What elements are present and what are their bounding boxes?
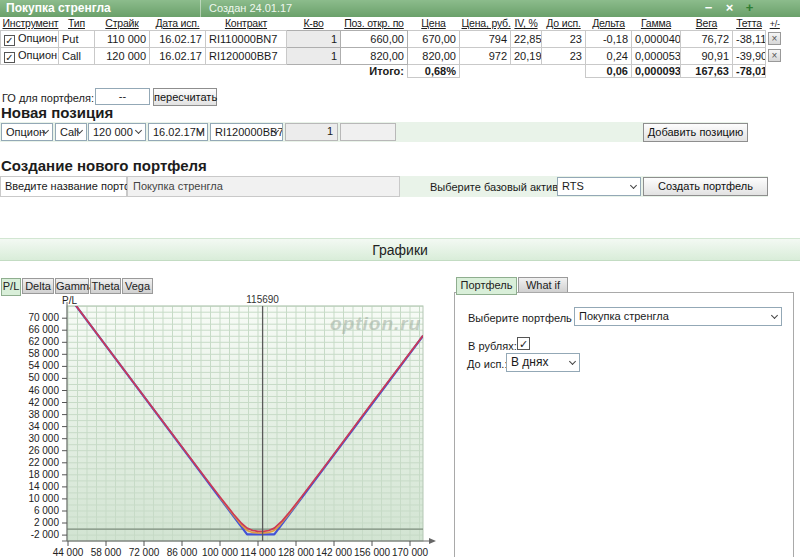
svg-text:66 000: 66 000 <box>28 324 59 335</box>
row-checkbox[interactable]: ✓ <box>4 52 15 63</box>
in-rubles-checkbox[interactable]: ✓ <box>517 337 530 350</box>
type-cell: Put <box>59 30 95 47</box>
col-pos-open[interactable]: Поз. откр. по <box>341 17 408 30</box>
created-date: Создан 24.01.17 <box>209 2 292 14</box>
go-input[interactable]: -- <box>95 88 150 105</box>
create-portfolio-heading: Создание нового портфеля <box>1 157 207 174</box>
minimize-icon[interactable]: − <box>700 0 717 17</box>
delta-cell: 0,24 <box>586 47 632 64</box>
tab-gamma[interactable]: Gamma <box>55 278 89 294</box>
svg-text:58 000: 58 000 <box>28 348 59 359</box>
col-exp-date[interactable]: Дата исп. <box>150 17 206 30</box>
pl-chart: option.ru70 00066 00062 00058 00054 0005… <box>0 295 450 557</box>
portfolio-select[interactable]: Покупка стренгла <box>574 307 782 326</box>
add-position-button[interactable]: Добавить позицию <box>643 123 748 142</box>
portfolio-title: Покупка стренгла <box>6 1 111 15</box>
pos-open-input[interactable]: 820,00 <box>341 47 408 64</box>
theta-cell: -38,11 <box>733 30 766 47</box>
col-price[interactable]: Цена <box>408 17 460 30</box>
close-icon[interactable]: × <box>721 0 738 17</box>
svg-text:54 000: 54 000 <box>28 360 59 371</box>
date-select[interactable]: 16.02.17M <box>148 123 208 141</box>
totals-label: Итого: <box>341 64 408 77</box>
col-contract[interactable]: Контракт <box>206 17 287 30</box>
iv-cell: 22,85 <box>511 30 542 47</box>
price-rub-cell: 972 <box>460 47 511 64</box>
svg-text:100 000: 100 000 <box>202 547 239 557</box>
col-qty[interactable]: К-во <box>287 17 341 30</box>
svg-text:86 000: 86 000 <box>167 547 198 557</box>
new-empty-input[interactable] <box>340 123 396 141</box>
strike-select[interactable]: 120 000 <box>88 123 146 141</box>
gamma-cell: 0,000040 <box>632 30 681 47</box>
select-portfolio-label: Выберите портфель <box>468 312 572 324</box>
base-asset-select[interactable]: RTS <box>557 177 641 196</box>
option-portfolio-app: Покупка стренгла Создан 24.01.17 − × + И… <box>0 0 800 557</box>
tab-whatif[interactable]: What if <box>518 277 568 293</box>
portfolio-name-input[interactable]: Покупка стренгла <box>127 176 400 197</box>
svg-text:42 000: 42 000 <box>28 397 59 408</box>
days-label: До исп.: <box>467 358 507 370</box>
type-select[interactable]: Call <box>55 123 87 141</box>
row-checkbox[interactable]: ✓ <box>4 35 15 46</box>
svg-text:38 000: 38 000 <box>28 409 59 420</box>
svg-text:50 000: 50 000 <box>28 372 59 383</box>
totals-vega: 167,63 <box>681 64 733 77</box>
col-days[interactable]: До исп. <box>542 17 586 30</box>
recalculate-button[interactable]: пересчитать <box>153 88 217 106</box>
charts-header: Графики <box>0 238 800 261</box>
svg-text:10 000: 10 000 <box>28 493 59 504</box>
col-vega[interactable]: Вега <box>681 17 733 30</box>
svg-text:170 000: 170 000 <box>392 547 429 557</box>
contract-cell: RI110000BN7 <box>206 30 287 47</box>
new-qty-input[interactable]: 1 <box>285 123 338 141</box>
tab-vega[interactable]: Vega <box>122 278 153 294</box>
col-type[interactable]: Тип <box>59 17 95 30</box>
in-rubles-label: В рублях: <box>468 340 517 352</box>
totals-gamma: 0,000093 <box>632 64 681 77</box>
tab-portfolio[interactable]: Портфель <box>456 277 517 295</box>
qty-input[interactable]: 1 <box>287 30 341 47</box>
col-gamma[interactable]: Гамма <box>632 17 681 30</box>
delete-position-button[interactable]: × <box>768 49 781 62</box>
qty-input[interactable]: 1 <box>287 47 341 64</box>
portfolio-name-label: Введите название портфеля <box>0 176 127 197</box>
positions-table: Инструмент Тип Страйк Дата исп. Контракт… <box>0 17 785 78</box>
col-plus-minus: +/- <box>766 17 785 30</box>
col-iv[interactable]: IV, % <box>511 17 542 30</box>
col-strike[interactable]: Страйк <box>95 17 150 30</box>
col-price-rub[interactable]: Цена, руб. <box>460 17 511 30</box>
days-cell: 23 <box>542 30 586 47</box>
totals-delta: 0,06 <box>586 64 632 77</box>
tab-theta[interactable]: Theta <box>90 278 121 294</box>
totals-row: Итого: 0,68% 0,06 0,000093 167,63 -78,01 <box>1 64 785 77</box>
svg-text:44 000: 44 000 <box>53 547 84 557</box>
tab-pl[interactable]: P/L <box>1 278 21 296</box>
delta-cell: -0,18 <box>586 30 632 47</box>
type-cell: Call <box>59 47 95 64</box>
price-rub-cell: 794 <box>460 30 511 47</box>
col-delta[interactable]: Дельта <box>586 17 632 30</box>
days-select[interactable]: В днях <box>506 353 580 372</box>
table-row: ✓Опцион Call 120 000 16.02.17 RI120000BB… <box>1 47 785 64</box>
svg-text:70 000: 70 000 <box>28 312 59 323</box>
tab-delta[interactable]: Delta <box>22 278 54 294</box>
add-icon[interactable]: + <box>741 0 758 17</box>
pos-open-input[interactable]: 660,00 <box>341 30 408 47</box>
svg-text:22 000: 22 000 <box>28 457 59 468</box>
instrument-select[interactable]: Опцион <box>1 123 53 141</box>
svg-text:34 000: 34 000 <box>28 421 59 432</box>
svg-text:72 000: 72 000 <box>129 547 160 557</box>
delete-position-button[interactable]: × <box>768 32 781 45</box>
contract-select[interactable]: RI120000BB7 <box>210 123 283 141</box>
create-portfolio-button[interactable]: Создать портфель <box>643 177 768 196</box>
strike-cell: 120 000 <box>95 47 150 64</box>
col-instrument[interactable]: Инструмент <box>1 17 59 30</box>
svg-text:115690: 115690 <box>246 295 279 305</box>
price-cell: 670,00 <box>408 30 460 47</box>
vega-cell: 76,72 <box>681 30 733 47</box>
col-theta[interactable]: Тетта <box>733 17 766 30</box>
titlebar-divider <box>200 0 201 17</box>
svg-text:-2 000: -2 000 <box>31 529 60 540</box>
base-asset-label: Выберите базовый актив <box>430 181 553 193</box>
